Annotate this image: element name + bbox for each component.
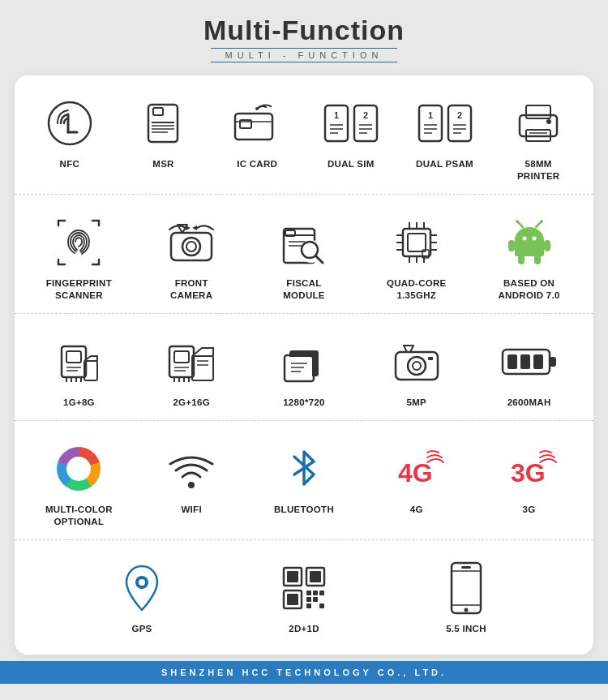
svg-point-125	[139, 579, 145, 586]
svg-rect-108	[286, 357, 312, 380]
feature-55inch: 5.5 INCH	[385, 555, 547, 635]
nfc-label: NFC	[60, 158, 80, 170]
printer-icon	[510, 95, 567, 152]
nfc-icon	[41, 95, 98, 152]
svg-point-114	[413, 362, 421, 370]
fiscal-label: FISCALMODULE	[283, 277, 325, 302]
3g-label: 3G	[523, 504, 536, 516]
feature-fingerprint: FINGERPRINTSCANNER	[23, 209, 135, 302]
svg-rect-133	[313, 590, 318, 595]
frontcam-label: FRONTCAMERA	[170, 277, 212, 302]
svg-rect-132	[306, 590, 311, 595]
bluetooth-icon	[276, 440, 332, 497]
svg-rect-127	[287, 571, 298, 582]
memory2-icon	[163, 333, 220, 390]
header: Multi-Function MULTI - FUNCTION	[0, 0, 608, 69]
svg-rect-143	[461, 566, 471, 569]
footer-bar: SHENZHEN HCC TECHNOLOGY CO., LTD.	[0, 661, 608, 684]
feature-barcode: 2D+1D	[223, 555, 385, 635]
svg-rect-118	[507, 354, 517, 369]
svg-point-80	[522, 236, 526, 240]
svg-point-49	[186, 242, 196, 251]
feature-bluetooth: BLUETOOTH	[248, 436, 361, 528]
svg-text:1: 1	[427, 110, 432, 120]
feature-frontcam: FRONTCAMERA	[135, 209, 248, 302]
feature-printer: 58MMPRINTER	[491, 90, 585, 183]
feature-row-1: NFC MSR	[15, 75, 593, 195]
55inch-label: 5.5 INCH	[446, 623, 486, 635]
camera5mp-icon	[388, 333, 445, 390]
svg-rect-76	[518, 255, 525, 264]
svg-text:1: 1	[334, 110, 339, 120]
feature-row-2: FINGERPRINTSCANNER	[15, 195, 593, 314]
main-card: NFC MSR	[15, 75, 593, 655]
5mp-label: 5MP	[407, 397, 427, 409]
svg-rect-117	[550, 357, 556, 367]
4g-icon: 4G	[388, 440, 445, 497]
gps-icon	[113, 560, 170, 616]
feature-multicolor: MULTI-COLOROPTIONAL	[23, 436, 135, 528]
dualsim-icon: 1 2	[323, 95, 379, 152]
dualpsam-label: DUAL PSAM	[416, 158, 473, 170]
feature-iccard: IC CARD	[210, 90, 304, 183]
msr-icon	[135, 95, 191, 152]
android-icon	[501, 214, 558, 271]
feature-quadcore: QUAD-CORE1.35GHZ	[360, 209, 473, 302]
svg-rect-131	[287, 594, 298, 605]
resolution-icon	[276, 333, 332, 390]
1g8g-label: 1G+8G	[63, 397, 95, 409]
svg-text:3G: 3G	[511, 458, 546, 487]
svg-point-38	[546, 119, 551, 124]
iccard-label: IC CARD	[237, 158, 277, 170]
svg-point-121	[188, 482, 195, 488]
feature-nfc: NFC	[23, 90, 117, 183]
svg-rect-75	[515, 240, 544, 256]
page-title: Multi-Function	[0, 15, 608, 46]
feature-row-5: GPS	[15, 540, 593, 646]
4g-label: 4G	[410, 504, 423, 516]
feature-4g: 4G 4G	[360, 436, 473, 528]
feature-android: BASED ONANDROID 7.0	[473, 209, 585, 302]
2g16g-label: 2G+16G	[173, 397, 210, 409]
fingerprint-icon	[50, 214, 107, 271]
svg-rect-120	[533, 354, 543, 369]
feature-row-3: 1G+8G	[15, 314, 593, 421]
feature-resolution: 1280*720	[248, 329, 361, 409]
svg-point-142	[465, 608, 469, 612]
feature-gps: GPS	[61, 555, 223, 635]
svg-rect-134	[319, 590, 324, 595]
svg-rect-34	[526, 105, 550, 118]
3g-icon: 3G	[501, 440, 558, 497]
svg-marker-51	[192, 225, 197, 230]
svg-rect-87	[66, 351, 81, 363]
wifi-label: WIFI	[181, 504, 201, 516]
svg-rect-103	[192, 356, 213, 380]
svg-point-81	[532, 236, 536, 240]
title-text: Multi-Function	[203, 15, 405, 45]
svg-line-82	[518, 222, 523, 227]
svg-rect-4	[153, 108, 163, 115]
svg-text:2: 2	[456, 110, 461, 120]
feature-dualpsam: 1 2 DUAL PSAM	[398, 90, 492, 183]
quadcore-label: QUAD-CORE1.35GHZ	[387, 277, 447, 302]
svg-rect-115	[428, 357, 433, 360]
svg-rect-137	[306, 603, 311, 608]
barcode-icon	[276, 560, 332, 616]
svg-rect-79	[544, 240, 550, 251]
page-wrapper: Multi-Function MULTI - FUNCTION NFC	[0, 0, 608, 692]
feature-dualsim: 1 2 DUAL SIM	[304, 90, 398, 183]
svg-point-83	[516, 220, 519, 223]
msr-label: MSR	[152, 158, 173, 170]
multicolor-icon	[50, 440, 107, 497]
feature-3g: 3G 3G	[473, 436, 585, 528]
battery-label: 2600MAH	[507, 397, 551, 409]
feature-wifi: WIFI	[135, 436, 248, 528]
svg-point-9	[255, 107, 259, 110]
dualpsam-icon: 1 2	[417, 95, 473, 152]
svg-point-113	[408, 357, 426, 375]
memory1-icon	[50, 333, 107, 390]
iccard-icon	[229, 95, 285, 152]
feature-fiscal: FISCALMODULE	[248, 209, 361, 302]
feature-row-4: MULTI-COLOROPTIONAL WIFI	[15, 421, 593, 540]
svg-rect-138	[319, 603, 324, 608]
